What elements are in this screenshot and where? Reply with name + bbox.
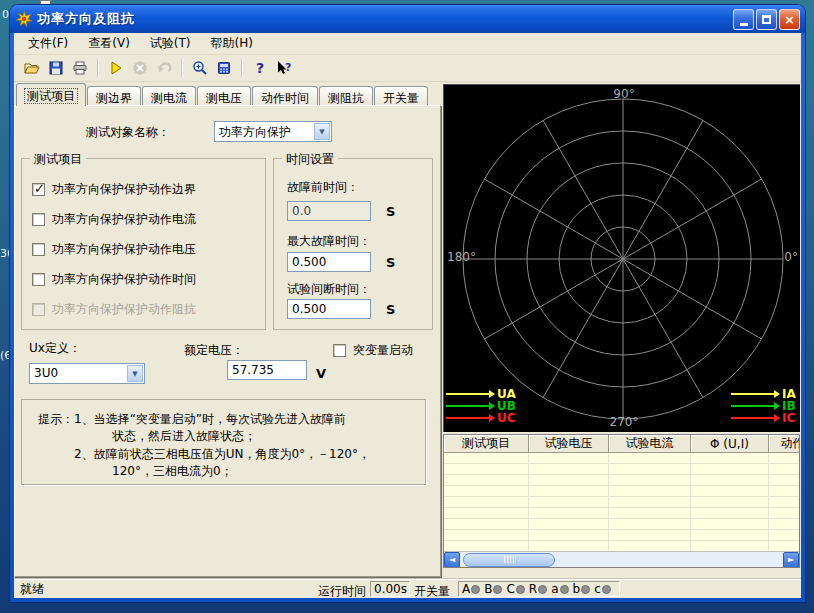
tab-boundary[interactable]: 测边界 — [87, 86, 141, 106]
ux-value: 3U0 — [34, 366, 126, 380]
tab-label: 动作时间 — [261, 91, 309, 105]
hint-box: 提示：1、当选择“突变量启动”时，每次试验先进入故障前 状态，然后进入故障状态；… — [21, 399, 426, 485]
switch-letter: C — [506, 582, 514, 596]
minimize-icon — [740, 23, 748, 26]
rated-voltage-input[interactable] — [227, 360, 307, 380]
context-help-icon: ? — [275, 60, 293, 76]
scroll-right-icon[interactable]: ► — [783, 552, 799, 568]
tab-action-time[interactable]: 动作时间 — [252, 86, 318, 106]
toolbar: ? ? — [14, 55, 801, 82]
runtime-value: 0.00s — [370, 581, 410, 597]
tab-voltage[interactable]: 测电压 — [197, 86, 251, 106]
checkbox-action-voltage[interactable]: 功率方向保护保护动作电压 — [32, 241, 196, 258]
time-settings-group-title: 时间设置 — [282, 151, 338, 168]
hint-line: 120°，三相电流为0； — [112, 463, 233, 480]
zoom-button[interactable] — [188, 57, 212, 79]
calculator-button[interactable] — [212, 57, 236, 79]
angle-label-90: 90° — [604, 87, 644, 101]
ic-label: IC — [782, 411, 795, 425]
result-table: 测试项目 试验电压 试验电流 Φ (U,I) 动作量 — [443, 434, 800, 568]
close-button[interactable]: × — [779, 9, 800, 30]
switch-R: R — [529, 582, 547, 596]
open-button[interactable] — [20, 57, 44, 79]
checkbox-icon — [32, 243, 45, 256]
switch-indicators: A B C R a b c — [458, 581, 620, 597]
checkbox-action-boundary[interactable]: 功率方向保护保护动作边界 — [32, 181, 196, 198]
minimize-button[interactable] — [733, 9, 754, 30]
chevron-down-icon[interactable]: ▼ — [314, 123, 330, 140]
toolbar-separator — [181, 59, 183, 77]
tab-label: 测试项目 — [25, 89, 77, 103]
checkbox-icon — [333, 344, 346, 357]
menu-test[interactable]: 试验(T) — [140, 33, 201, 55]
indicator-dot — [493, 585, 502, 594]
runtime-label: 运行时间 — [318, 583, 366, 598]
switch-letter: A — [462, 582, 470, 596]
voltage-legend: UA UB UC — [446, 388, 516, 424]
time-settings-group: 时间设置 故障前时间： S 最大故障时间： S 试验间断时间： S — [273, 158, 433, 330]
scrollbar-thumb[interactable] — [463, 553, 555, 567]
col-test-current[interactable]: 试验电流 — [609, 435, 691, 452]
checkbox-label: 功率方向保护保护动作电流 — [52, 211, 196, 228]
tab-label: 测电流 — [151, 91, 187, 105]
max-fault-time-input[interactable] — [287, 252, 371, 272]
tab-current[interactable]: 测电流 — [142, 86, 196, 106]
test-gap-time-input[interactable] — [287, 299, 371, 319]
zoom-icon — [192, 60, 208, 76]
checkbox-action-time[interactable]: 功率方向保护保护动作时间 — [32, 271, 196, 288]
hint-line: 状态，然后进入故障状态； — [112, 428, 256, 445]
uc-arrow-icon — [446, 417, 494, 419]
maximize-button[interactable] — [756, 9, 777, 30]
table-header: 测试项目 试验电压 试验电流 Φ (U,I) 动作量 — [444, 435, 799, 453]
angle-label-0: 0° — [784, 250, 798, 264]
tab-switches[interactable]: 开关量 — [374, 86, 428, 106]
print-button[interactable] — [68, 57, 92, 79]
calculator-icon — [216, 60, 232, 76]
toolbar-separator — [241, 59, 243, 77]
checkbox-action-impedance: 功率方向保护保护动作阻抗 — [32, 301, 196, 318]
desktop: 0 36 (6 功率方向及阻抗 × 文件(F) 查看(V) 试验(T) 帮助(H… — [0, 0, 814, 613]
checkbox-label: 功率方向保护保护动作阻抗 — [52, 301, 196, 318]
scroll-left-icon[interactable]: ◄ — [444, 552, 460, 568]
chevron-down-icon[interactable]: ▼ — [127, 365, 143, 382]
app-icon[interactable] — [16, 11, 32, 27]
statusbar: 就绪 运行时间 0.00s 开关量 A B C R a b c — [14, 579, 801, 598]
app-window: 功率方向及阻抗 × 文件(F) 查看(V) 试验(T) 帮助(H) — [10, 5, 805, 602]
context-help-button[interactable]: ? — [272, 57, 296, 79]
tab-test-items[interactable]: 测试项目 — [16, 83, 86, 106]
prefault-time-unit: S — [386, 204, 395, 219]
ux-combobox[interactable]: 3U0 ▼ — [29, 363, 145, 384]
col-test-voltage[interactable]: 试验电压 — [529, 435, 609, 452]
switch-letter: b — [573, 582, 581, 596]
table-row — [444, 530, 799, 541]
col-phi-ui[interactable]: Φ (U,I) — [691, 435, 769, 452]
titlebar[interactable]: 功率方向及阻抗 × — [10, 5, 805, 33]
help-icon: ? — [256, 60, 264, 76]
col-action-value[interactable]: 动作量 — [769, 435, 800, 452]
hint-line: 2、故障前状态三相电压值为UN，角度为0°，－120°， — [74, 446, 370, 463]
test-gap-time-unit: S — [386, 302, 395, 317]
switch-letter: R — [529, 582, 537, 596]
indicator-dot — [538, 585, 547, 594]
switch-letter: a — [551, 582, 558, 596]
prefault-time-input — [287, 201, 371, 221]
checkbox-sudden-change[interactable]: 突变量启动 — [333, 342, 413, 359]
tab-label: 测阻抗 — [328, 91, 364, 105]
switch-letter: B — [484, 582, 492, 596]
close-icon: × — [784, 12, 795, 27]
checkbox-action-current[interactable]: 功率方向保护保护动作电流 — [32, 211, 196, 228]
tab-impedance[interactable]: 测阻抗 — [319, 86, 373, 106]
save-button[interactable] — [44, 57, 68, 79]
horizontal-scrollbar[interactable]: ◄ ► — [444, 551, 799, 567]
col-test-item[interactable]: 测试项目 — [444, 435, 529, 452]
help-button[interactable]: ? — [248, 57, 272, 79]
run-button[interactable] — [104, 57, 128, 79]
tab-label: 测边界 — [96, 91, 132, 105]
save-icon — [48, 60, 64, 76]
menu-view[interactable]: 查看(V) — [78, 33, 140, 55]
object-name-combobox[interactable]: 功率方向保护 ▼ — [214, 121, 332, 142]
menu-file[interactable]: 文件(F) — [18, 33, 78, 55]
checkbox-label: 突变量启动 — [353, 342, 413, 359]
menu-help[interactable]: 帮助(H) — [201, 33, 263, 55]
indicator-dot — [516, 585, 525, 594]
